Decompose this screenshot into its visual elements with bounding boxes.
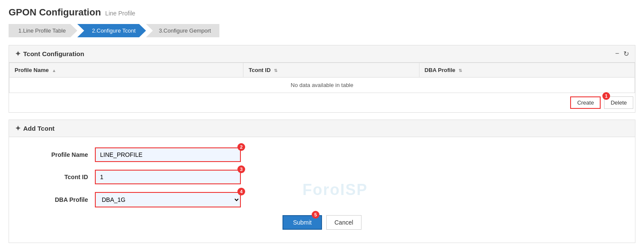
puzzle-icon: ✦: [15, 50, 21, 58]
col-dba-profile-label: DBA Profile: [425, 67, 456, 73]
col-profile-name-label: Profile Name: [15, 67, 49, 73]
tcont-id-label: Tcont ID: [18, 174, 95, 180]
panel-title: ✦ Tcont Configuration: [15, 50, 84, 58]
tcont-id-badge: 3: [237, 165, 245, 173]
tcont-config-panel: ✦ Tcont Configuration − ↻ Profile Name ▲…: [9, 45, 635, 113]
step-1-label: 1.Line Profile Table: [18, 27, 66, 34]
dba-profile-field-wrapper: 4 DBA_1G DBA_512M DBA_100M: [95, 192, 241, 207]
col-tcont-id: Tcont ID ⇅: [243, 63, 419, 78]
add-tcont-title: Add Tcont: [23, 125, 55, 132]
submit-badge: 5: [312, 211, 319, 219]
profile-name-field-wrapper: 2: [95, 147, 241, 162]
no-data-message: No data available in table: [9, 78, 635, 93]
panel-header: ✦ Tcont Configuration − ↻: [9, 45, 635, 63]
page-header: GPON Configuration Line Profile: [9, 7, 635, 18]
tcont-id-row: Tcont ID 3: [18, 170, 626, 184]
minimize-icon[interactable]: −: [615, 50, 619, 58]
dba-profile-select[interactable]: DBA_1G DBA_512M DBA_100M: [95, 192, 241, 207]
page-title: GPON Configuration: [9, 7, 101, 18]
table-actions: 1 Create Delete: [9, 93, 635, 112]
refresh-icon[interactable]: ↻: [623, 50, 629, 58]
form-actions: 5 Submit Cancel: [18, 215, 626, 234]
step-3[interactable]: 3.Configure Gemport: [146, 24, 219, 37]
step-1[interactable]: 1.Line Profile Table: [9, 24, 77, 37]
form-body: ForoISP Profile Name 2 Tcont ID 3 DBA P: [9, 137, 635, 243]
tcont-id-input[interactable]: [95, 170, 241, 184]
col-profile-name: Profile Name ▲: [9, 63, 243, 78]
add-tcont-header: ✦ Add Tcont: [9, 120, 635, 137]
tcont-id-field-wrapper: 3: [95, 170, 241, 184]
profile-name-label: Profile Name: [18, 151, 95, 158]
sort-icon-tcont[interactable]: ⇅: [274, 68, 277, 73]
profile-name-row: Profile Name 2: [18, 147, 626, 162]
cancel-button[interactable]: Cancel: [326, 215, 361, 230]
step-2[interactable]: 2.Configure Tcont: [77, 24, 146, 37]
step-3-label: 3.Configure Gemport: [159, 27, 211, 34]
table-row-no-data: No data available in table: [9, 78, 635, 93]
dba-profile-row: DBA Profile 4 DBA_1G DBA_512M DBA_100M: [18, 192, 626, 207]
create-badge: 1: [602, 92, 610, 100]
panel-title-text: Tcont Configuration: [23, 50, 84, 57]
col-tcont-id-label: Tcont ID: [249, 67, 270, 73]
page-subtitle: Line Profile: [105, 10, 135, 17]
sort-icon-profile[interactable]: ▲: [52, 68, 56, 73]
create-button[interactable]: Create: [570, 96, 601, 109]
tcont-table: Profile Name ▲ Tcont ID ⇅ DBA Profile ⇅ …: [9, 63, 635, 93]
add-tcont-panel: ✦ Add Tcont ForoISP Profile Name 2 Tcont…: [9, 120, 635, 243]
dba-profile-label: DBA Profile: [18, 196, 95, 203]
steps-bar: 1.Line Profile Table 2.Configure Tcont 3…: [9, 24, 635, 37]
sort-icon-dba[interactable]: ⇅: [459, 68, 462, 73]
dba-profile-badge: 4: [237, 188, 245, 195]
page-wrapper: GPON Configuration Line Profile 1.Line P…: [0, 0, 644, 246]
step-2-label: 2.Configure Tcont: [92, 27, 136, 34]
col-dba-profile: DBA Profile ⇅: [419, 63, 635, 78]
profile-name-input[interactable]: [95, 147, 241, 162]
panel-controls: − ↻: [615, 50, 629, 58]
add-tcont-puzzle-icon: ✦: [15, 124, 21, 132]
profile-name-badge: 2: [237, 143, 245, 151]
